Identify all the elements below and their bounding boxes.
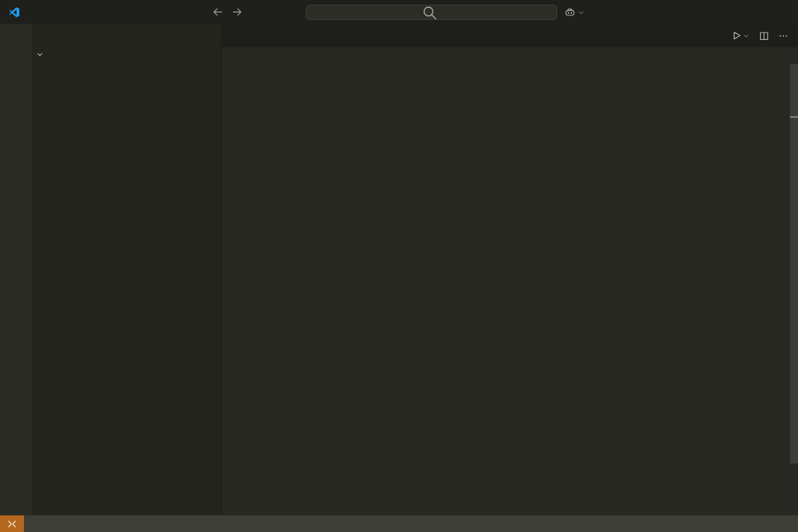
chevron-down-icon [35, 50, 45, 59]
overview-ruler-cursor-marker [790, 116, 798, 118]
minimap[interactable] [747, 62, 790, 515]
editor-scrollbar[interactable] [790, 62, 798, 515]
copilot-button[interactable] [565, 5, 585, 20]
status-right [794, 515, 798, 532]
tree-root-my-project[interactable] [32, 47, 221, 62]
run-python-file-button[interactable] [731, 30, 750, 41]
code-editor[interactable] [221, 62, 798, 515]
activity-bar [0, 24, 32, 515]
scrollbar-slider[interactable] [790, 64, 798, 464]
sidebar-header [32, 24, 221, 47]
title-bar [0, 0, 798, 24]
explorer-sidebar [32, 24, 221, 515]
chevron-down-icon [577, 9, 585, 17]
remote-indicator[interactable] [0, 515, 24, 532]
remote-icon [7, 519, 17, 529]
copilot-icon [565, 7, 575, 18]
breadcrumb [221, 47, 798, 62]
history-navigation [211, 0, 243, 24]
tab-bar [221, 24, 798, 47]
editor-group [221, 24, 798, 515]
split-editor-icon[interactable] [759, 31, 769, 41]
vscode-window [0, 0, 798, 532]
command-center-search[interactable] [306, 5, 557, 20]
more-actions-icon[interactable] [778, 31, 789, 41]
editor-actions [731, 24, 798, 47]
back-arrow-icon[interactable] [211, 6, 223, 18]
vscode-logo-icon [9, 7, 20, 18]
forward-arrow-icon[interactable] [231, 6, 243, 18]
play-icon [731, 30, 742, 41]
status-bar [0, 515, 798, 532]
chevron-down-icon [742, 32, 750, 40]
search-icon [422, 5, 438, 21]
